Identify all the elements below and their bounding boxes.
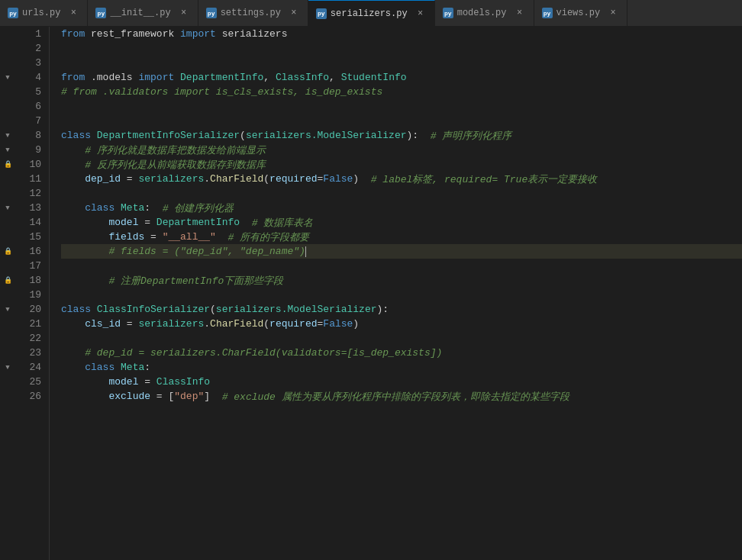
tab-label-init: __init__.py (110, 8, 170, 18)
code-line-20: class ClassInfoSerializer ( serializers.… (61, 302, 742, 317)
code-line-26: exclude = [ "dep" ] # exclude 属性为要从序列化程序… (61, 389, 742, 404)
fn-charfield-21: CharField (210, 318, 263, 330)
tab-urls[interactable]: py urls.py × (0, 0, 88, 27)
gutter-4-fold[interactable]: ▼ (0, 70, 15, 85)
code-line-7 (61, 114, 742, 128)
param-dep-id: dep_id (85, 173, 121, 185)
tab-label-models: models.py (457, 8, 507, 18)
tab-settings[interactable]: py settings.py × (198, 0, 308, 27)
gutter-17 (0, 259, 15, 273)
tab-serializers[interactable]: py serializers.py × (308, 0, 435, 27)
line-num-10: 10 (19, 157, 41, 172)
tab-views[interactable]: py views.py × (534, 0, 628, 27)
tab-close-settings[interactable]: × (288, 7, 300, 19)
code-line-15: fields = "__all__" # 所有的字段都要 (61, 230, 742, 244)
line-num-8: 8 (19, 128, 41, 143)
gutter-21 (0, 317, 15, 331)
line-num-17: 17 (19, 259, 41, 273)
tab-models[interactable]: py models.py × (435, 0, 534, 27)
param-exclude-26: exclude (108, 391, 150, 402)
tab-close-views[interactable]: × (607, 7, 619, 19)
cls-departmentinfo: DepartmentInfo (174, 72, 263, 83)
cls-classinfo-serializer-20: ClassInfoSerializer (91, 304, 210, 315)
tab-icon-settings: py (206, 8, 217, 18)
kw-class-20: class (61, 304, 91, 315)
editor-container: ▼ ▼ ▼ 🔒 ▼ 🔒 🔒 ▼ ▼ 1 2 3 4 5 6 7 (0, 27, 742, 560)
gutter-26 (0, 389, 15, 404)
kw-class-8: class (61, 130, 91, 141)
param-required-21: required (269, 318, 317, 330)
kw-import-1: import (180, 28, 216, 40)
tab-bar: py urls.py × py __init__.py × py setting… (0, 0, 742, 27)
gutter-9-fold[interactable]: ▼ (0, 143, 15, 157)
val-false-21: False (323, 318, 353, 330)
line-num-16: 16 (19, 244, 41, 259)
comment-18: # 注册DepartmentInfo下面那些字段 (108, 274, 283, 288)
code-line-23: # dep_id = serializers.CharField(validat… (61, 346, 742, 360)
code-editor[interactable]: from rest_framework import serializers f… (50, 27, 742, 560)
code-line-25: model = ClassInfo (61, 375, 742, 389)
comment-14: # 数据库表名 (252, 216, 314, 230)
gutter-18-lock: 🔒 (0, 273, 15, 288)
kw-class-13: class (85, 202, 115, 214)
val-false-11: False (323, 173, 353, 185)
param-fields-15: fields (108, 231, 144, 243)
gutter-10-lock: 🔒 (0, 157, 15, 172)
tab-label-views: views.py (556, 8, 601, 18)
comment-23: # dep_id = serializers.CharField(validat… (85, 347, 442, 359)
gutter-13-fold[interactable]: ▼ (0, 201, 15, 215)
code-line-16: # fields = ("dep_id", "dep_name") (61, 244, 742, 259)
gutter-20-fold[interactable]: ▼ (0, 302, 15, 317)
tab-init[interactable]: py __init__.py × (88, 0, 198, 27)
param-model-14: model (108, 217, 138, 228)
line-num-18: 18 (19, 273, 41, 288)
gutter-14 (0, 215, 15, 230)
gutter-25 (0, 375, 15, 389)
tab-close-serializers[interactable]: × (415, 8, 427, 20)
line-num-24: 24 (19, 360, 41, 375)
code-line-21: cls_id = serializers . CharField ( requi… (61, 317, 742, 331)
cls-departmentinfo-serializer: DepartmentInfoSerializer (91, 130, 240, 141)
lock-icon-18: 🔒 (4, 276, 12, 285)
cls-departmentinfo-14: DepartmentInfo (156, 217, 240, 228)
gutter-24-fold[interactable]: ▼ (0, 360, 15, 375)
cls-meta-13: Meta (115, 202, 144, 214)
line-num-23: 23 (19, 346, 41, 360)
comment-9: # 序列化就是数据库把数据发给前端显示 (85, 143, 266, 157)
line-num-20: 20 (19, 302, 41, 317)
tab-icon-init: py (95, 8, 106, 18)
tab-close-urls[interactable]: × (67, 7, 79, 19)
gutter-23 (0, 346, 15, 360)
code-line-22 (61, 331, 742, 346)
line-num-25: 25 (19, 375, 41, 389)
code-line-17 (61, 259, 742, 273)
param-required-11: required (269, 173, 317, 185)
cls-meta-24: Meta (115, 362, 144, 373)
line-num-6: 6 (19, 99, 41, 114)
tab-label-serializers: serializers.py (331, 8, 408, 19)
gutter-5 (0, 85, 15, 99)
tab-close-init[interactable]: × (178, 7, 190, 19)
code-line-3 (61, 56, 742, 70)
gutter-8-fold[interactable]: ▼ (0, 128, 15, 143)
line-num-26: 26 (19, 389, 41, 404)
line-num-5: 5 (19, 85, 41, 99)
code-line-12 (61, 186, 742, 201)
cls-serializers-11: serializers (138, 173, 204, 185)
code-line-11: dep_id = serializers . CharField ( requi… (61, 172, 742, 186)
comment-8: # 声明序列化程序 (431, 129, 512, 143)
comment-16: # fields = ("dep_id", "dep_name") (108, 246, 305, 257)
line-num-22: 22 (19, 331, 41, 346)
code-line-14: model = DepartmentInfo # 数据库表名 (61, 215, 742, 230)
tab-label-urls: urls.py (22, 8, 60, 18)
tab-close-models[interactable]: × (514, 7, 526, 19)
code-line-19 (61, 288, 742, 302)
param-model-25: model (108, 376, 138, 388)
code-line-4: from .models import DepartmentInfo , Cla… (61, 70, 742, 85)
fn-charfield-11: CharField (210, 173, 263, 185)
line-num-3: 3 (19, 56, 41, 70)
code-line-9: # 序列化就是数据库把数据发给前端显示 (61, 143, 742, 157)
code-line-24: class Meta : (61, 360, 742, 375)
cls-serializers-modelserializer-20: serializers.ModelSerializer (216, 304, 377, 315)
fold-icon-24: ▼ (5, 364, 9, 372)
